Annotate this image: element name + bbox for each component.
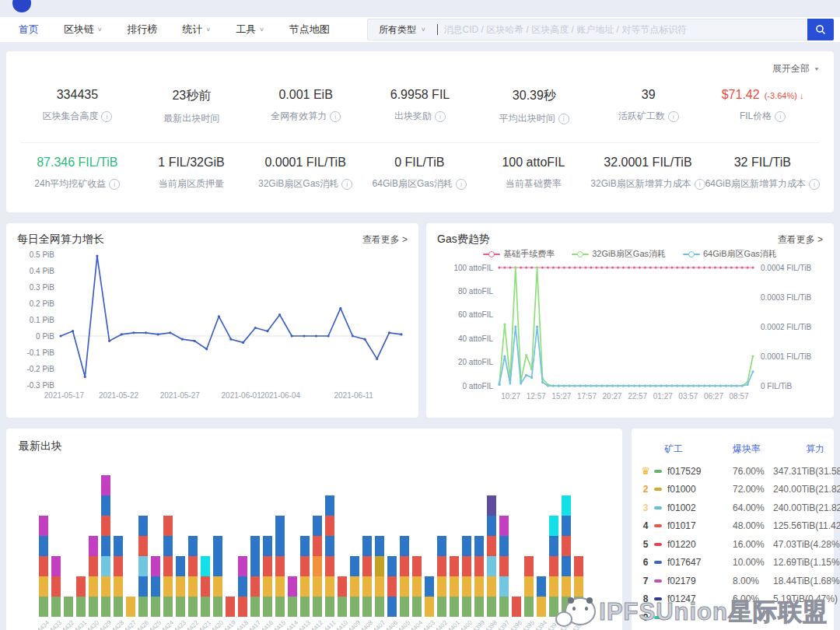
miner-id[interactable]: f01017 [667,520,696,531]
block-bar[interactable]: 334413 [300,536,310,617]
block-bar[interactable]: 334400 [462,536,471,617]
miner-row[interactable]: 7f021798.00%18.44TiB(1.68%) [641,572,824,590]
gas-trend-more-link[interactable]: 查看更多 > [778,233,823,247]
miner-id[interactable]: f02179 [667,576,696,586]
legend-基础手续费率[interactable]: 基础手续费率 [483,248,555,260]
block-bar[interactable]: 334428 [114,536,123,617]
expand-all-button[interactable]: 展开全部 ▼ [20,58,820,75]
miner-row[interactable]: 2f0100072.00%240.00TiB(21.82%) [641,481,824,499]
site-logo[interactable] [12,0,31,12]
power-growth-more-link[interactable]: 查看更多 > [362,233,408,247]
col-block-rate[interactable]: 爆块率 [733,443,773,456]
block-bar[interactable]: 334425 [151,556,160,617]
search-input[interactable] [443,23,807,36]
info-icon[interactable]: i [809,179,820,190]
search-type-select[interactable]: 所有类型 ∨ [368,23,437,37]
block-bar[interactable]: 334403 [425,576,434,617]
miner-id[interactable]: f017529 [667,466,701,477]
miner-row[interactable]: 6f01764710.00%12.69TiB(1.15%) [641,554,824,572]
network-stats-panel: 展开全部 ▼ 334435区块集合高度i23秒前最新出块时间0.001 EiB全… [6,51,834,212]
block-bar[interactable]: 334401 [450,556,459,617]
miner-block-rate: 8.00% [733,576,773,586]
block-bar[interactable]: 334431 [76,576,86,617]
block-bar[interactable]: 334433 [51,556,61,617]
info-icon[interactable]: i [558,114,569,124]
bar-segment [39,516,48,536]
miner-row[interactable]: ♛f01752976.00%347.31TiB(31.58%) [641,462,824,481]
block-bar[interactable]: 334411 [325,495,334,617]
block-bar[interactable]: 334424 [163,516,173,617]
info-icon[interactable]: i [695,179,705,190]
block-bar[interactable]: 334405 [400,536,409,617]
bar-segment [462,536,471,556]
info-icon[interactable]: i [101,111,112,122]
gas-chart-legend: 基础手续费率32GiB扇区Gas消耗64GiB扇区Gas消耗 [437,248,823,260]
block-bar[interactable]: 334409 [350,556,359,617]
col-miner[interactable]: 矿工 [641,443,733,456]
block-bar[interactable]: 334422 [188,536,198,617]
info-icon[interactable]: i [775,111,786,122]
stat-label-text: 64GiB扇区Gas消耗 [373,177,453,191]
info-icon[interactable]: i [109,179,120,190]
miner-id[interactable]: f01220 [667,539,696,550]
info-icon[interactable]: i [330,111,341,122]
block-bar[interactable]: 334404 [412,556,422,617]
svg-text:0.5 PiB: 0.5 PiB [30,250,55,259]
block-bar[interactable]: 334395 [524,556,534,617]
block-bar[interactable]: 334408 [362,536,372,617]
block-bar[interactable]: 334417 [250,536,260,617]
stat-value: 334435 [20,88,135,102]
block-bar[interactable]: 334426 [138,516,148,617]
bar-segment [114,576,123,597]
nav-item-工具[interactable]: 工具∨ [223,23,277,37]
block-bar[interactable]: 334423 [176,556,185,617]
nav-item-排行榜[interactable]: 排行榜 [115,23,170,37]
miner-id[interactable]: f01000 [667,484,696,495]
info-icon[interactable]: i [456,179,467,190]
nav-item-首页[interactable]: 首页 [6,23,51,37]
search-button[interactable] [807,19,834,40]
block-bar[interactable]: 334416 [263,536,272,617]
block-bar[interactable]: 334406 [387,556,397,617]
block-bar[interactable]: 334398 [487,495,496,617]
nav-item-节点地图[interactable]: 节点地图 [277,23,342,37]
bar-segment [151,576,160,597]
legend-64GiB扇区Gas消耗[interactable]: 64GiB扇区Gas消耗 [683,248,777,260]
miner-row[interactable]: 3f0100264.00%240.00TiB(21.82%) [641,499,824,517]
legend-32GiB扇区Gas消耗[interactable]: 32GiB扇区Gas消耗 [572,248,666,260]
block-bar[interactable]: 334429 [101,475,110,617]
bar-segment [350,597,359,617]
block-bar[interactable]: 334407 [375,536,384,617]
nav-item-统计[interactable]: 统计∨ [170,23,224,37]
block-bar[interactable]: 334399 [474,536,484,617]
block-bar[interactable]: 334397 [499,516,509,617]
block-bar[interactable]: 334410 [338,576,347,617]
block-bar[interactable]: 334394 [537,576,546,617]
block-bar[interactable]: 334418 [238,556,247,617]
block-bar[interactable]: 334415 [275,516,285,617]
miner-id[interactable]: f017647 [667,557,701,568]
block-bar[interactable]: 334412 [313,516,322,617]
block-bar[interactable]: 334434 [39,516,48,617]
nav-item-区块链[interactable]: 区块链∨ [51,23,115,37]
miner-row[interactable]: 5f0122016.00%47.03TiB(4.28%) [641,535,824,554]
block-bar[interactable]: 334427 [126,597,135,617]
info-icon[interactable]: i [341,179,352,190]
miner-row[interactable]: 4f0101748.00%125.56TiB(11.42%) [641,517,824,536]
block-bar[interactable]: 334420 [213,536,222,617]
block-bar[interactable]: 334396 [512,597,521,617]
block-bar[interactable]: 334414 [288,576,297,617]
info-icon[interactable]: i [668,111,679,122]
block-bar[interactable]: 334419 [226,597,235,617]
miner-id[interactable]: f01002 [667,502,696,513]
block-bar[interactable]: 334432 [64,597,73,617]
info-icon[interactable]: i [435,111,446,122]
text-cursor [437,24,438,35]
latest-blocks-chart: 3344343344333344323344313344303344293344… [39,464,610,617]
search-bar: 所有类型 ∨ [367,19,834,40]
block-bar[interactable]: 334430 [89,536,98,617]
block-bar[interactable]: 334421 [201,556,210,617]
svg-text:2021-06-01: 2021-06-01 [222,391,262,400]
block-bar[interactable]: 334402 [437,536,446,617]
col-power[interactable]: 算力 [773,443,824,456]
